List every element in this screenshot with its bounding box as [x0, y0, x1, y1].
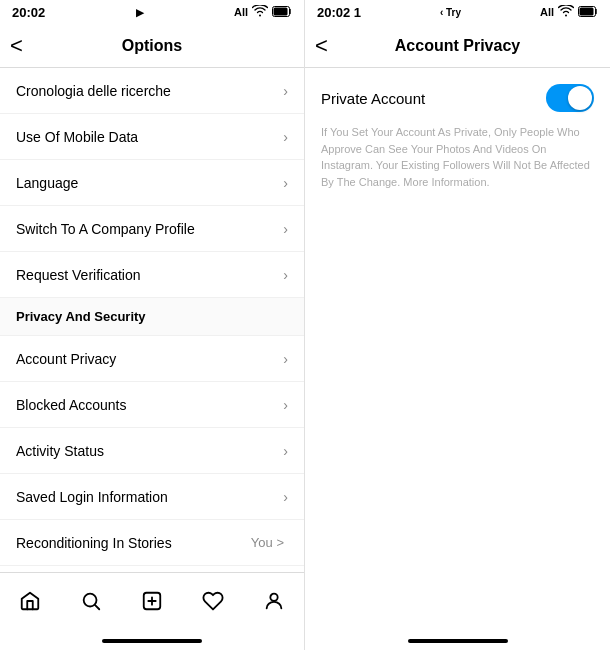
menu-item-blocked-accounts[interactable]: Blocked Accounts ›: [0, 382, 304, 428]
toggle-knob: [568, 86, 592, 110]
menu-item-account-privacy[interactable]: Account Privacy ›: [0, 336, 304, 382]
right-battery-icon: [578, 6, 598, 19]
chevron-blocked-accounts: ›: [283, 397, 288, 413]
menu-item-cronologia[interactable]: Cronologia delle ricerche ›: [0, 68, 304, 114]
right-try-label: ‹ Try: [440, 7, 461, 18]
nav-home[interactable]: [8, 579, 52, 623]
left-home-bar: [102, 639, 202, 643]
right-home-indicator: [305, 632, 610, 650]
svg-line-3: [95, 605, 99, 609]
menu-item-mobile-data[interactable]: Use Of Mobile Data ›: [0, 114, 304, 160]
menu-item-activity-status[interactable]: Activity Status ›: [0, 428, 304, 474]
chevron-account-privacy: ›: [283, 351, 288, 367]
privacy-toggle-row: Private Account: [321, 84, 594, 112]
menu-item-request-verification[interactable]: Request Verification ›: [0, 252, 304, 298]
menu-label-privacy-header: Privacy And Security: [16, 309, 146, 324]
left-status-icons: All: [234, 5, 292, 19]
right-back-button[interactable]: <: [315, 35, 328, 57]
menu-label-mobile-data: Use Of Mobile Data: [16, 129, 138, 145]
svg-point-7: [270, 593, 277, 600]
left-time: 20:02: [12, 5, 45, 20]
menu-label-saved-login: Saved Login Information: [16, 489, 168, 505]
right-panel: 20:02 1 ‹ Try All < A: [305, 0, 610, 650]
menu-label-language: Language: [16, 175, 78, 191]
menu-item-language[interactable]: Language ›: [0, 160, 304, 206]
right-wifi-icon: [558, 5, 574, 19]
menu-label-company-profile: Switch To A Company Profile: [16, 221, 195, 237]
chevron-activity-status: ›: [283, 443, 288, 459]
chevron-request-verification: ›: [283, 267, 288, 283]
wifi-icon: [252, 5, 268, 19]
right-time: 20:02 1: [317, 5, 361, 20]
nav-search[interactable]: [69, 579, 113, 623]
menu-label-reconditioning: Reconditioning In Stories: [16, 535, 172, 551]
bottom-nav: [0, 572, 304, 632]
left-home-indicator: [0, 632, 304, 650]
private-account-label: Private Account: [321, 90, 425, 107]
nav-profile[interactable]: [252, 579, 296, 623]
left-nav-arrow: ▶: [136, 7, 144, 18]
reconditioning-value: You >: [251, 535, 284, 550]
privacy-content: Private Account If You Set Your Account …: [305, 68, 610, 366]
menu-item-privacy-header: Privacy And Security: [0, 298, 304, 336]
menu-label-request-verification: Request Verification: [16, 267, 141, 283]
menu-label-account-privacy: Account Privacy: [16, 351, 116, 367]
svg-rect-1: [274, 7, 288, 15]
menu-item-company-profile[interactable]: Switch To A Company Profile ›: [0, 206, 304, 252]
chevron-mobile-data: ›: [283, 129, 288, 145]
menu-label-blocked-accounts: Blocked Accounts: [16, 397, 127, 413]
left-back-button[interactable]: <: [10, 35, 23, 57]
privacy-description: If You Set Your Account As Private, Only…: [321, 124, 594, 190]
menu-label-cronologia: Cronologia delle ricerche: [16, 83, 171, 99]
chevron-cronologia: ›: [283, 83, 288, 99]
menu-item-saved-login[interactable]: Saved Login Information ›: [0, 474, 304, 520]
right-header: < Account Privacy: [305, 24, 610, 68]
left-header: < Options: [0, 24, 304, 68]
right-header-title: Account Privacy: [395, 37, 520, 55]
battery-icon: [272, 6, 292, 19]
left-panel: 20:02 ▶ All: [0, 0, 305, 650]
menu-label-activity-status: Activity Status: [16, 443, 104, 459]
menu-item-reconditioning[interactable]: Reconditioning In Stories You >: [0, 520, 304, 566]
private-account-toggle[interactable]: [546, 84, 594, 112]
nav-add[interactable]: [130, 579, 174, 623]
carrier-text: All: [234, 6, 248, 18]
chevron-company-profile: ›: [283, 221, 288, 237]
right-status-bar: 20:02 1 ‹ Try All: [305, 0, 610, 24]
chevron-saved-login: ›: [283, 489, 288, 505]
right-home-bar: [408, 639, 508, 643]
right-status-icons: All: [540, 5, 598, 19]
svg-rect-9: [580, 7, 594, 15]
chevron-language: ›: [283, 175, 288, 191]
left-menu-list: Cronologia delle ricerche › Use Of Mobil…: [0, 68, 304, 572]
nav-heart[interactable]: [191, 579, 235, 623]
left-header-title: Options: [122, 37, 182, 55]
right-carrier-text: All: [540, 6, 554, 18]
left-status-bar: 20:02 ▶ All: [0, 0, 304, 24]
